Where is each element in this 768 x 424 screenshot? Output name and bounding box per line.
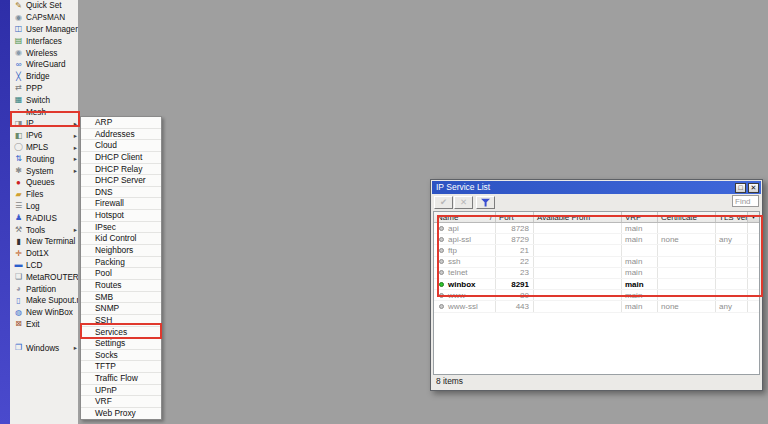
sidebar-item-bridge[interactable]: ╳Bridge (10, 71, 78, 83)
sidebar-item-switch[interactable]: ▦Switch (10, 94, 78, 106)
submenu-item-hotspot[interactable]: Hotspot (81, 210, 161, 222)
submenu-item-routes[interactable]: Routes (81, 280, 161, 292)
sidebar-item-mpls[interactable]: ◯MPLS▸ (10, 142, 78, 154)
column-header-tls-ver[interactable]: TLS Ver... (716, 212, 748, 222)
terminal-icon: ▮ (13, 238, 24, 246)
table-row-ssh[interactable]: ssh22main (434, 257, 759, 268)
submenu-item-services[interactable]: Services (81, 327, 161, 339)
service-name: www-ssl (448, 302, 478, 311)
submenu-item-smb[interactable]: SMB (81, 292, 161, 304)
sidebar-item-queues[interactable]: ●Queues (10, 177, 78, 189)
column-header-available-from[interactable]: Available From (534, 212, 622, 222)
sidebar-item-make-supout-rif[interactable]: ▯Make Supout.rif (10, 295, 78, 307)
submenu-item-dns[interactable]: DNS (81, 187, 161, 199)
submenu-item-tftp[interactable]: TFTP (81, 361, 161, 373)
sidebar-item-label: User Manager (26, 25, 78, 34)
sidebar-item-lcd[interactable]: ▬LCD (10, 260, 78, 272)
window-titlebar[interactable]: IP Service List □ ✕ (432, 181, 761, 194)
restore-icon[interactable]: □ (735, 183, 746, 193)
table-row-api[interactable]: api8728main (434, 223, 759, 234)
sidebar-item-files[interactable]: ▰Files (10, 189, 78, 201)
sidebar-item-log[interactable]: ☰Log (10, 201, 78, 213)
submenu-item-web-proxy[interactable]: Web Proxy (81, 408, 161, 419)
submenu-item-arp[interactable]: ARP (81, 117, 161, 129)
funnel-icon (481, 198, 490, 207)
sidebar-item-mesh[interactable]: ∴Mesh (10, 106, 78, 118)
sidebar-item-ipv6[interactable]: ◧IPv6▸ (10, 130, 78, 142)
service-available-from (534, 257, 622, 267)
submenu-item-dhcp-relay[interactable]: DHCP Relay (81, 164, 161, 176)
sidebar-item-metarouter[interactable]: ❏MetaROUTER (10, 271, 78, 283)
sidebar-item-windows[interactable]: ❐Windows▸ (10, 342, 78, 354)
table-cell: www (434, 290, 496, 300)
table-cell: winbox (434, 279, 496, 289)
submenu-item-cloud[interactable]: Cloud (81, 140, 161, 152)
submenu-item-ipsec[interactable]: IPsec (81, 222, 161, 234)
submenu-item-pool[interactable]: Pool (81, 268, 161, 280)
submenu-item-vrf[interactable]: VRF (81, 396, 161, 408)
sidebar-item-wireguard[interactable]: ∞WireGuard (10, 59, 78, 71)
column-header-vrf[interactable]: VRF (622, 212, 658, 222)
sidebar-item-radius[interactable]: ♟RADIUS (10, 212, 78, 224)
submenu-item-kid-control[interactable]: Kid Control (81, 233, 161, 245)
sidebar-item-label: Wireless (26, 49, 57, 58)
submenu-item-snmp[interactable]: SNMP (81, 303, 161, 315)
row-filler-cell (748, 268, 759, 278)
enabled-dot-icon (439, 282, 444, 287)
submenu-item-traffic-flow[interactable]: Traffic Flow (81, 373, 161, 385)
submenu-item-firewall[interactable]: Firewall (81, 198, 161, 210)
table-row-www[interactable]: www80main (434, 290, 759, 301)
filter-button[interactable] (476, 196, 495, 209)
sidebar-item-exit[interactable]: ⊠Exit (10, 319, 78, 331)
find-input[interactable] (732, 195, 759, 207)
bridge-icon: ╳ (13, 73, 24, 81)
table-row-api-ssl[interactable]: api-ssl8729mainnoneany (434, 234, 759, 245)
row-filler-cell (748, 301, 759, 311)
ppp-icon: ⇄ (13, 84, 24, 92)
column-header-name[interactable]: Name / (434, 212, 496, 222)
table-body: api8728mainapi-ssl8729mainnoneanyftp21ss… (434, 223, 759, 313)
sidebar-item-interfaces[interactable]: ▤Interfaces (10, 35, 78, 47)
submenu-item-dhcp-server[interactable]: DHCP Server (81, 175, 161, 187)
table-row-winbox[interactable]: winbox8291main (434, 279, 759, 290)
table-row-telnet[interactable]: telnet23main (434, 268, 759, 279)
submenu-item-settings[interactable]: Settings (81, 338, 161, 350)
sidebar-item-new-winbox[interactable]: ◍New WinBox (10, 307, 78, 319)
interface-card-icon: ▤ (13, 37, 24, 45)
submenu-item-dhcp-client[interactable]: DHCP Client (81, 152, 161, 164)
submenu-item-neighbors[interactable]: Neighbors (81, 245, 161, 257)
sidebar-item-tools[interactable]: ⚒Tools▸ (10, 224, 78, 236)
metarouter-icon: ❏ (13, 273, 24, 281)
column-menu-icon[interactable]: ▼ (748, 212, 759, 222)
column-header-certificate[interactable]: Certificate (658, 212, 716, 222)
enable-button[interactable]: ✔ (434, 196, 453, 209)
disable-button[interactable]: ✕ (454, 196, 473, 209)
table-row-www-ssl[interactable]: www-ssl443mainnoneany (434, 301, 759, 312)
sidebar-item-partition[interactable]: ◕Partition (10, 283, 78, 295)
column-header-port[interactable]: Port (496, 212, 534, 222)
sidebar-item-ppp[interactable]: ⇄PPP (10, 83, 78, 95)
sidebar-item-system[interactable]: ✱System▸ (10, 165, 78, 177)
submenu-item-socks[interactable]: Socks (81, 350, 161, 362)
service-name: www (448, 291, 465, 300)
table-row-ftp[interactable]: ftp21 (434, 245, 759, 256)
sidebar-item-ip[interactable]: ◨IP▸ (10, 118, 78, 130)
submenu-item-packing[interactable]: Packing (81, 257, 161, 269)
sidebar-item-routing[interactable]: ⇅Routing▸ (10, 153, 78, 165)
sidebar-item-new-terminal[interactable]: ▮New Terminal (10, 236, 78, 248)
submenu-item-ssh[interactable]: SSH (81, 315, 161, 327)
sidebar-item-wireless[interactable]: ◉Wireless (10, 47, 78, 59)
submenu-item-upnp[interactable]: UPnP (81, 385, 161, 397)
antenna-icon: ◉ (13, 14, 24, 22)
close-icon[interactable]: ✕ (748, 183, 759, 193)
radius-icon: ♟ (13, 214, 24, 222)
table-cell: api-ssl (434, 234, 496, 244)
ip-submenu: ARPAddressesCloudDHCP ClientDHCP RelayDH… (80, 116, 162, 420)
sidebar-item-user-manager[interactable]: ◫User Manager (10, 24, 78, 36)
submenu-item-addresses[interactable]: Addresses (81, 129, 161, 141)
submenu-arrow-icon: ▸ (74, 226, 77, 234)
ip-icon: ◨ (13, 120, 24, 128)
sidebar-item-dot1x[interactable]: ✛Dot1X (10, 248, 78, 260)
sidebar-item-quick-set[interactable]: ✎Quick Set (10, 0, 78, 12)
sidebar-item-capsman[interactable]: ◉CAPsMAN (10, 12, 78, 24)
